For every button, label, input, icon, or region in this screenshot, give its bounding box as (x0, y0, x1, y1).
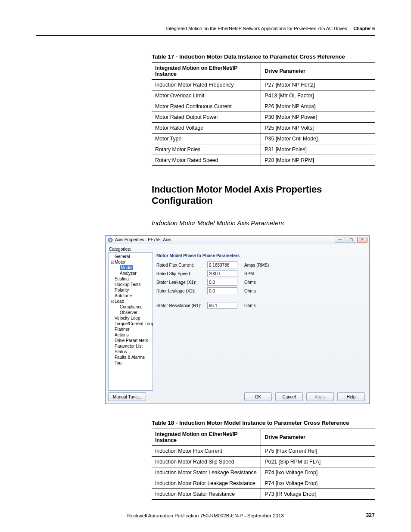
table17-caption: Table 17 - Induction Motor Data Instance… (152, 53, 375, 60)
tree-polarity[interactable]: Polarity (109, 287, 152, 293)
minimize-button[interactable]: — (335, 237, 345, 243)
x2-unit: Ohms (244, 289, 274, 293)
x1-input[interactable] (207, 279, 237, 286)
panel-title: Motor Model Phase to Phase Parameters (156, 253, 366, 258)
x2-label: Rotor Leakage (X2): (156, 289, 207, 293)
help-button[interactable]: Help (337, 392, 365, 401)
table-row: Motor Rated Continuous CurrentP26 [Motor… (152, 101, 375, 112)
tree-param-list[interactable]: Parameter List (109, 343, 152, 349)
table-row: Induction Motor Flux CurrentP75 [Flux Cu… (152, 446, 375, 457)
x2-input[interactable] (207, 287, 237, 294)
table18-head1: Integrated Motion on EtherNet/IP Instanc… (152, 429, 261, 446)
table-row: Induction Motor Rated FrequencyP27 [Moto… (152, 80, 375, 90)
flux-label: Rated Flux Current: (156, 263, 207, 268)
table18: Integrated Motion on EtherNet/IP Instanc… (152, 429, 375, 500)
table18-head2: Drive Parameter (261, 429, 375, 446)
categories-tree[interactable]: General ⊟Motor Model Analyzer Scaling Ho… (108, 252, 153, 391)
tree-faults[interactable]: Faults & Alarms (109, 355, 152, 360)
app-icon (107, 237, 113, 243)
x1-label: Stator Leakage (X1): (156, 280, 207, 285)
tree-drive-params[interactable]: Drive Parameters (109, 338, 152, 343)
table17-head2: Drive Parameter (261, 63, 375, 80)
table-row: Motor Rated VoltageP25 [Motor NP Volts] (152, 123, 375, 134)
table-row: Induction Motor Stator ResistanceP73 [IR… (152, 489, 375, 500)
table-row: Induction Motor Stator Leakage Resistanc… (152, 467, 375, 478)
tree-model[interactable]: Model (109, 265, 152, 271)
flux-input[interactable] (207, 261, 237, 268)
footer-publication: Rockwell Automation Publication 750-RM00… (0, 513, 411, 518)
tree-hookup[interactable]: Hookup Tests (109, 282, 152, 287)
r1-label: Stator Resistance (R1): (156, 303, 207, 308)
x1-unit: Ohms (244, 280, 274, 285)
header-chapter: Chapter 6 (353, 26, 375, 31)
tree-scaling[interactable]: Scaling (109, 276, 152, 282)
tree-tag[interactable]: Tag (109, 360, 152, 366)
categories-label: Categories: (109, 247, 367, 252)
tree-analyzer[interactable]: Analyzer (109, 271, 152, 276)
maximize-button[interactable]: ▢ (346, 237, 356, 243)
cancel-button[interactable]: Cancel (275, 392, 303, 401)
tree-motor[interactable]: ⊟Motor (109, 259, 152, 265)
tree-planner[interactable]: Planner (109, 327, 152, 332)
header-title: Integrated Motion on the EtherNet/IP Net… (166, 26, 347, 31)
dialog-title: Axis Properties - PF755_Axis (115, 237, 335, 242)
tree-actions[interactable]: Actions (109, 332, 152, 338)
r1-input[interactable] (207, 302, 237, 309)
table-row: Motor TypeP35 [Motor Cntl Mode] (152, 134, 375, 144)
section-subheading: Induction Motor Model Motion Axis Parame… (152, 219, 375, 227)
table-row: Rotary Motor Rated SpeedP28 [Motor NP RP… (152, 155, 375, 166)
parameters-panel: Motor Model Phase to Phase Parameters Ra… (156, 252, 367, 391)
tree-compliance[interactable]: Compliance (109, 304, 152, 310)
svg-point-1 (109, 239, 111, 241)
table17: Integrated Motion on EtherNet/IP Instanc… (152, 62, 375, 166)
slip-unit: RPM (244, 271, 274, 276)
slip-input[interactable] (207, 270, 237, 277)
table-row: Rotary Motor PolesP31 [Motor Poles] (152, 144, 375, 155)
tree-torque[interactable]: Torque/Current Loop (109, 321, 152, 327)
table18-caption: Table 18 - Induction Motor Model Instanc… (152, 420, 375, 426)
tree-velocity[interactable]: Velocity Loop (109, 315, 152, 321)
tree-status[interactable]: Status (109, 349, 152, 355)
dialog-titlebar: Axis Properties - PF755_Axis — ▢ ✕ (106, 236, 369, 244)
table-row: Induction Motor Rotor Leakage Resistance… (152, 478, 375, 489)
flux-unit: Amps (RMS) (244, 263, 274, 268)
running-header: Integrated Motion on the EtherNet/IP Net… (36, 26, 375, 31)
section-heading: Induction Motor Model Axis Properties Co… (152, 184, 375, 206)
table-row: Motor Rated Output PowerP30 [Motor NP Po… (152, 112, 375, 123)
apply-button[interactable]: Apply (306, 392, 334, 401)
tree-general[interactable]: General (109, 254, 152, 259)
close-button[interactable]: ✕ (357, 237, 367, 243)
table-row: Induction Motor Rated Slip SpeedP621 [Sl… (152, 457, 375, 467)
r1-unit: Ohms (244, 303, 274, 308)
tree-load[interactable]: ⊟Load (109, 299, 152, 304)
tree-autotune[interactable]: Autotune (109, 293, 152, 299)
manual-tune-button[interactable]: Manual Tune... (108, 392, 146, 401)
table17-head1: Integrated Motion on EtherNet/IP Instanc… (152, 63, 261, 80)
ok-button[interactable]: OK (244, 392, 272, 401)
table-row: Motor Overload LimitP413 [Mtr OL Factor] (152, 90, 375, 101)
slip-label: Rated Slip Speed: (156, 271, 207, 276)
tree-observer[interactable]: Observer (109, 310, 152, 315)
page-number: 327 (366, 512, 375, 518)
header-rule (36, 35, 375, 36)
axis-properties-dialog: Axis Properties - PF755_Axis — ▢ ✕ Categ… (105, 235, 370, 404)
